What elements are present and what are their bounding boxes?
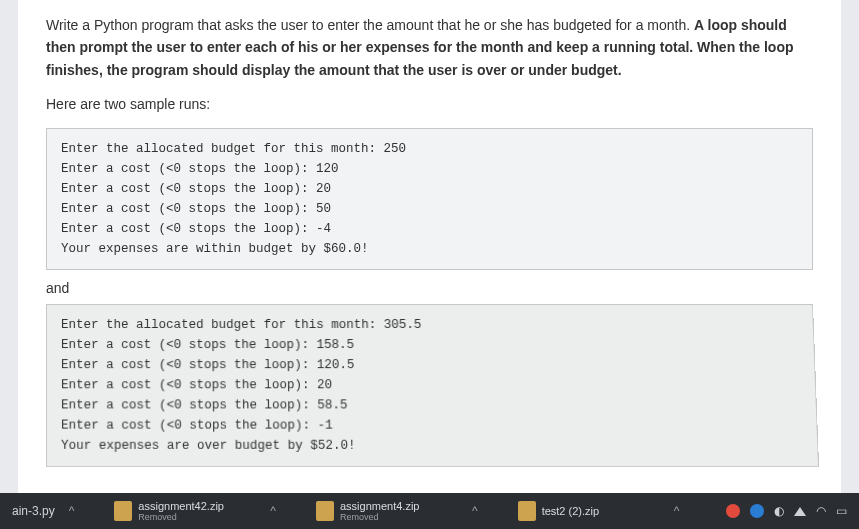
chevron-up-icon[interactable]: ^ <box>674 504 680 518</box>
code-line: Enter a cost (<0 stops the loop): 158.5 <box>61 335 800 355</box>
question-text: Write a Python program that asks the use… <box>46 14 813 116</box>
sample-run-1: Enter the allocated budget for this mont… <box>46 128 813 270</box>
question-paragraph-2: Here are two sample runs: <box>46 93 813 115</box>
document-page: Write a Python program that asks the use… <box>18 0 841 504</box>
code-line: Enter the allocated budget for this mont… <box>61 315 799 335</box>
zip-icon <box>316 501 334 521</box>
and-separator: and <box>46 280 813 296</box>
code-line: Enter a cost (<0 stops the loop): 20 <box>61 179 798 199</box>
notification-icon[interactable]: ▭ <box>836 504 847 518</box>
wifi-icon[interactable]: ◠ <box>816 504 826 518</box>
download-filename: assignment42.zip <box>138 500 224 512</box>
download-status: Removed <box>340 512 420 522</box>
code-line: Enter a cost (<0 stops the loop): 58.5 <box>61 395 802 415</box>
zip-icon <box>518 501 536 521</box>
code-line: Enter a cost (<0 stops the loop): 120.5 <box>61 355 801 375</box>
download-filename: assignment4.zip <box>340 500 420 512</box>
chevron-up-icon[interactable]: ^ <box>69 504 75 518</box>
code-line: Your expenses are over budget by $52.0! <box>61 435 803 455</box>
question-intro: Write a Python program that asks the use… <box>46 17 694 33</box>
code-line: Enter a cost (<0 stops the loop): 20 <box>61 375 801 395</box>
question-paragraph-1: Write a Python program that asks the use… <box>46 14 813 81</box>
chevron-up-icon[interactable] <box>794 507 806 516</box>
zip-icon <box>114 501 132 521</box>
download-item-1[interactable]: assignment42.zip Removed <box>114 500 264 522</box>
code-line: Enter a cost (<0 stops the loop): 120 <box>61 159 798 179</box>
code-line: Enter a cost (<0 stops the loop): 50 <box>61 199 798 219</box>
taskbar: ain-3.py ^ assignment42.zip Removed ^ as… <box>0 493 859 529</box>
sample-run-2: Enter the allocated budget for this mont… <box>46 304 819 467</box>
download-status: Removed <box>138 512 224 522</box>
download-item-3[interactable]: test2 (2).zip <box>518 501 668 521</box>
download-item-2[interactable]: assignment4.zip Removed <box>316 500 466 522</box>
app-icon[interactable] <box>726 504 740 518</box>
chevron-up-icon[interactable]: ^ <box>270 504 276 518</box>
code-line: Your expenses are within budget by $60.0… <box>61 239 798 259</box>
app-icon[interactable] <box>750 504 764 518</box>
network-icon[interactable]: ◐ <box>774 504 784 518</box>
taskbar-file-name[interactable]: ain-3.py <box>4 504 63 518</box>
chevron-up-icon[interactable]: ^ <box>472 504 478 518</box>
code-line: Enter the allocated budget for this mont… <box>61 139 798 159</box>
system-tray: ◐ ◠ ▭ <box>726 504 855 518</box>
code-line: Enter a cost (<0 stops the loop): -4 <box>61 219 798 239</box>
download-filename: test2 (2).zip <box>542 505 599 517</box>
code-line: Enter a cost (<0 stops the loop): -1 <box>61 415 803 435</box>
